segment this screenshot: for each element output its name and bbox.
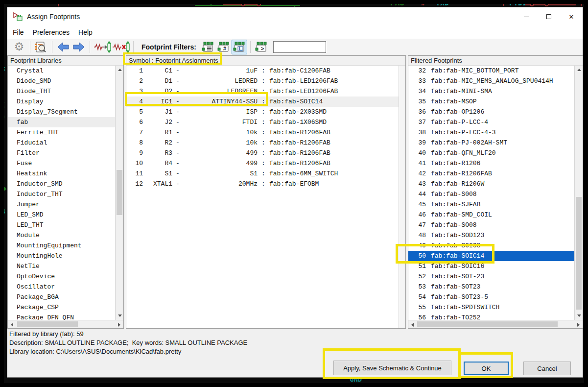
footprint-item[interactable]: 45fab:fab-SJFAB — [408, 199, 574, 210]
footprint-item[interactable]: 43fab:fab-R1206W — [408, 179, 574, 189]
library-item[interactable]: Package_CSP — [8, 302, 115, 313]
filter-by-library-button[interactable]: L — [232, 40, 247, 54]
library-item[interactable]: Diode_THT — [8, 86, 115, 97]
scrollbar-thumb[interactable] — [417, 321, 558, 327]
footprint-item[interactable]: 33fab:fab-MIC_MEMS_ANALOG_SPU0414H — [408, 76, 574, 86]
maximize-button[interactable] — [538, 7, 560, 26]
footprint-item[interactable]: 48fab:fab-SOD123 — [408, 230, 574, 241]
footprint-item[interactable]: 44fab:fab-S008 — [408, 189, 574, 199]
footprint-item[interactable]: 47fab:fab-SO08 — [408, 220, 574, 230]
footprint-browser-button[interactable] — [33, 40, 49, 54]
filter-by-pin-count-button[interactable]: # — [216, 40, 232, 54]
footprint-item[interactable]: 37fab:fab-P-LCC-4 — [408, 117, 574, 127]
auto-associate-button[interactable] — [93, 40, 112, 54]
scroll-up-arrow[interactable] — [116, 66, 124, 74]
assignment-row[interactable]: 6J2-FTDI:fab:fab-1X06SMD — [126, 117, 399, 127]
library-item[interactable]: Diode_SMD — [8, 76, 115, 86]
filtered-footprints-list[interactable]: 32fab:fab-MIC_BOTTOM_PORT33fab:fab-MIC_M… — [408, 66, 574, 320]
filter-advanced-button[interactable]: > — [254, 40, 269, 54]
footprint-item[interactable]: 40fab:fab-QFN_MLF20 — [408, 148, 574, 158]
footprint-item[interactable]: 55fab:fab-SPDTSWITCH — [408, 302, 574, 313]
library-item[interactable]: Crystal — [8, 66, 115, 76]
menu-help[interactable]: Help — [74, 27, 97, 37]
filter-by-keyword-button[interactable] — [200, 40, 216, 54]
horizontal-scrollbar[interactable] — [8, 320, 123, 328]
footprint-item[interactable]: 38fab:fab-P-LCC-4-3 — [408, 127, 574, 138]
assignment-row[interactable]: 4IC1-ATTINY44-SSU:fab:fab-SOIC14 — [126, 97, 399, 107]
library-item[interactable]: MountingEquipment — [8, 241, 115, 251]
assignment-row[interactable]: 8R2-10k:fab:fab-R1206FAB — [126, 138, 399, 148]
assignment-row[interactable]: 1C1-1uF:fab:fab-C1206FAB — [126, 66, 399, 76]
library-item[interactable]: Display — [8, 97, 115, 107]
minimize-button[interactable] — [515, 7, 538, 26]
assignment-row[interactable]: 5J1-ISP:fab:fab-2X03SMD — [126, 107, 399, 117]
filter-text-input[interactable] — [273, 41, 326, 53]
library-item[interactable]: LED_THT — [8, 220, 115, 230]
footprint-item[interactable]: 32fab:fab-MIC_BOTTOM_PORT — [408, 66, 574, 76]
close-button[interactable]: ✕ — [560, 7, 583, 26]
vertical-scrollbar[interactable] — [115, 66, 123, 320]
library-item[interactable]: Jumper — [8, 199, 115, 210]
library-item[interactable]: Heatsink — [8, 169, 115, 179]
library-item[interactable]: Filter — [8, 148, 115, 158]
scrollbar-thumb[interactable] — [17, 321, 78, 327]
horizontal-scrollbar[interactable] — [408, 320, 583, 328]
title-bar[interactable]: Assign Footprints ✕ — [7, 7, 583, 26]
scrollbar-thumb[interactable] — [117, 170, 122, 215]
library-item[interactable]: Fiducial — [8, 138, 115, 148]
menu-file[interactable]: File — [8, 27, 28, 37]
library-item[interactable]: Ferrite_THT — [8, 127, 115, 138]
assignment-row[interactable]: 7R1-10k:fab:fab-R1206FAB — [126, 127, 399, 138]
assignment-row[interactable]: 11S1-S1:fab:fab-6MM_SWITCH — [126, 169, 399, 179]
library-item[interactable]: Package_BGA — [8, 292, 115, 302]
scroll-left-arrow[interactable] — [408, 320, 417, 329]
footprint-item[interactable]: 53fab:fab-SOT23 — [408, 282, 574, 292]
library-item[interactable]: Inductor_THT — [8, 189, 115, 199]
cancel-button[interactable]: Cancel — [523, 362, 571, 375]
assignment-row[interactable]: 3D2-LEDGREEN:fab:fab-LED1206FAB — [126, 86, 399, 97]
next-symbol-button[interactable] — [71, 40, 87, 54]
library-item[interactable]: Module — [8, 230, 115, 241]
library-item[interactable]: Display_7Segment — [8, 107, 115, 117]
vertical-scrollbar[interactable] — [574, 66, 583, 320]
footprint-item[interactable]: 34fab:fab-MINI-SMA — [408, 86, 574, 97]
menu-preferences[interactable]: Preferences — [28, 27, 74, 37]
library-item[interactable]: Oscillator — [8, 282, 115, 292]
scroll-down-arrow[interactable] — [575, 312, 583, 320]
library-item[interactable]: OptoDevice — [8, 271, 115, 282]
footprint-item[interactable]: 56fab:fab-TO252 — [408, 313, 574, 320]
footprint-item[interactable]: 41fab:fab-R1206 — [408, 158, 574, 169]
library-item[interactable]: Package_DFN_QFN — [8, 313, 115, 320]
footprint-item[interactable]: 54fab:fab-SOT23-5 — [408, 292, 574, 302]
scrollbar-thumb[interactable] — [576, 197, 582, 310]
scroll-down-arrow[interactable] — [116, 312, 124, 320]
apply-save-continue-button[interactable]: Apply, Save Schematic & Continue — [333, 361, 451, 375]
library-item[interactable]: fab — [8, 117, 115, 127]
scroll-up-arrow[interactable] — [575, 66, 583, 74]
assignment-row[interactable]: 10R4-499:fab:fab-R1206FAB — [126, 158, 399, 169]
footprint-item[interactable]: 42fab:fab-R1206FAB — [408, 169, 574, 179]
assignment-row[interactable]: 2D1-LEDRED:fab:fab-LED1206FAB — [126, 76, 399, 86]
assignment-row[interactable]: 12XTAL1-20MHz:fab:fab-EFOBM — [126, 179, 399, 189]
library-item[interactable]: MountingHole — [8, 251, 115, 261]
library-item[interactable]: Fuse — [8, 158, 115, 169]
symbol-assignments-list[interactable]: 1C1-1uF:fab:fab-C1206FAB2D1-LEDRED:fab:f… — [126, 66, 399, 328]
library-item[interactable]: Inductor_SMD — [8, 179, 115, 189]
footprint-item[interactable]: 51fab:fab-SOIC16 — [408, 261, 574, 271]
footprint-item[interactable]: 46fab:fab-SMD_COIL — [408, 210, 574, 220]
footprint-item[interactable]: 36fab:fab-OP1206 — [408, 107, 574, 117]
footprint-item[interactable]: 52fab:fab-SOT-23 — [408, 271, 574, 282]
scroll-right-arrow[interactable] — [574, 320, 583, 329]
footprint-item[interactable]: 39fab:fab-PJ-002AH-SMT — [408, 138, 574, 148]
footprint-libraries-list[interactable]: CrystalDiode_SMDDiode_THTDisplayDisplay_… — [8, 66, 115, 320]
vertical-scrollbar[interactable] — [399, 66, 405, 328]
library-item[interactable]: LED_SMD — [8, 210, 115, 220]
delete-associations-button[interactable] — [112, 40, 130, 54]
previous-symbol-button[interactable] — [55, 40, 71, 54]
scroll-right-arrow[interactable] — [115, 320, 123, 329]
settings-button[interactable]: ⚙ — [11, 40, 27, 54]
ok-button[interactable]: OK — [464, 362, 509, 375]
footprint-item[interactable]: 49fab:fab-SOIC8 — [408, 241, 574, 251]
footprint-item[interactable]: 35fab:fab-MSOP — [408, 97, 574, 107]
assignment-row[interactable]: 9R3-499:fab:fab-R1206FAB — [126, 148, 399, 158]
